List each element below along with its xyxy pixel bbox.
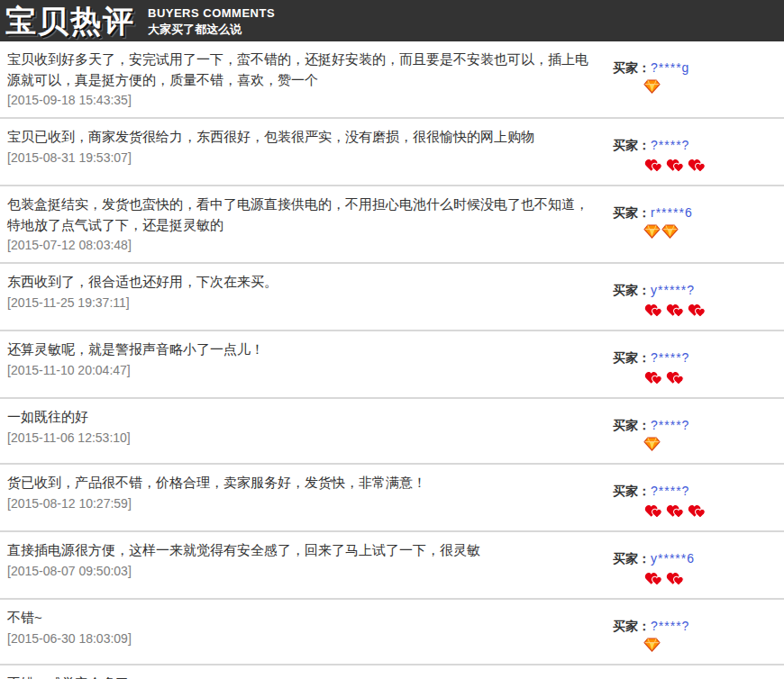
- comment-row: 直接插电源很方便，这样一来就觉得有安全感了，回来了马上试了一下，很灵敏 [201…: [0, 532, 784, 600]
- comments-list: 宝贝收到好多天了，安完试用了一下，蛮不错的，还挺好安装的，而且要是不安装也可以，…: [0, 41, 784, 679]
- comment-timestamp: [2015-08-12 10:27:59]: [7, 496, 600, 511]
- comment-main: 宝贝已收到，商家发货很给力，东西很好，包装很严实，没有磨损，很很愉快的网上购物 …: [7, 127, 613, 175]
- buyer-block: 买家：?****?: [613, 473, 784, 521]
- comment-text: 不错~: [7, 608, 600, 629]
- buyer-name[interactable]: ?****?: [651, 619, 689, 633]
- subtitle-chinese: 大家买了都这么说: [148, 22, 275, 38]
- section-subtitle: BUYERS COMMENTS 大家买了都这么说: [148, 4, 275, 37]
- buyer-block: 买家：?****?: [613, 127, 784, 175]
- comment-text: 宝贝收到好多天了，安完试用了一下，蛮不错的，还挺好安装的，而且要是不安装也可以，…: [7, 50, 600, 90]
- comment-row: 宝贝已收到，商家发货很给力，东西很好，包装很严实，没有磨损，很很愉快的网上购物 …: [0, 119, 784, 186]
- comment-text: 包装盒挺结实，发货也蛮快的，看中了电源直接供电的，不用担心电池什么时候没电了也不…: [7, 195, 600, 235]
- rating-icons: [613, 369, 784, 387]
- buyer-label: 买家：: [613, 60, 651, 75]
- comment-text: 直接插电源很方便，这样一来就觉得有安全感了，回来了马上试了一下，很灵敏: [7, 540, 600, 561]
- comment-main: 包装盒挺结实，发货也蛮快的，看中了电源直接供电的，不用担心电池什么时候没电了也不…: [7, 195, 613, 252]
- buyer-block: 买家：?****?: [613, 674, 784, 679]
- double-heart-icon: [687, 502, 707, 521]
- buyer-name[interactable]: ?****?: [651, 484, 689, 498]
- diamond-icon: [643, 224, 661, 240]
- comment-main: 不错，感觉安全多了 [2015-06-12 11:55:24]: [7, 674, 613, 679]
- comment-main: 还算灵敏呢，就是警报声音略小了一点儿！ [2015-11-10 20:04:47…: [7, 340, 613, 387]
- comment-text: 东西收到了，很合适也还好用，下次在来买。: [7, 272, 600, 293]
- buyer-label: 买家：: [613, 205, 651, 220]
- comment-row: 不错，感觉安全多了 [2015-06-12 11:55:24] 买家：?****…: [0, 665, 784, 679]
- comment-main: 一如既往的好 [2015-11-06 12:53:10]: [7, 407, 613, 453]
- diamond-icon: [643, 638, 661, 654]
- comment-row: 一如既往的好 [2015-11-06 12:53:10] 买家：?****?: [0, 399, 784, 465]
- rating-icons: [613, 502, 784, 521]
- buyer-name[interactable]: r*****6: [651, 205, 693, 220]
- double-heart-icon: [665, 302, 686, 320]
- comment-main: 不错~ [2015-06-30 18:03:09]: [7, 608, 613, 654]
- double-heart-icon: [643, 302, 664, 320]
- rating-icons: [613, 157, 784, 175]
- comment-row: 还算灵敏呢，就是警报声音略小了一点儿！ [2015-11-10 20:04:47…: [0, 331, 784, 399]
- buyer-label: 买家：: [613, 619, 651, 633]
- comment-row: 包装盒挺结实，发货也蛮快的，看中了电源直接供电的，不用担心电池什么时候没电了也不…: [0, 186, 784, 264]
- buyers-comments-page: 宝贝热评 BUYERS COMMENTS 大家买了都这么说 宝贝收到好多天了，安…: [0, 0, 784, 679]
- comment-timestamp: [2015-11-25 19:37:11]: [7, 295, 600, 310]
- buyer-block: 买家：?****?: [613, 407, 784, 453]
- comment-main: 货已收到，产品很不错，价格合理，卖家服务好，发货快，非常满意！ [2015-08…: [7, 473, 613, 521]
- comment-text: 不错，感觉安全多了: [7, 674, 600, 679]
- double-heart-icon: [643, 157, 664, 175]
- buyer-name[interactable]: ?****?: [651, 418, 689, 432]
- diamond-icon: [643, 79, 661, 95]
- comment-timestamp: [2015-08-31 19:53:07]: [7, 150, 600, 165]
- rating-icons: [613, 302, 784, 320]
- double-heart-icon: [687, 302, 707, 320]
- buyer-label: 买家：: [613, 350, 651, 365]
- comment-text: 货已收到，产品很不错，价格合理，卖家服务好，发货快，非常满意！: [7, 473, 600, 493]
- buyer-name[interactable]: ?****?: [651, 138, 689, 152]
- buyer-label: 买家：: [613, 283, 651, 297]
- comment-main: 宝贝收到好多天了，安完试用了一下，蛮不错的，还挺好安装的，而且要是不安装也可以，…: [7, 50, 613, 107]
- buyer-block: 买家：?****?: [613, 340, 784, 387]
- comment-row: 货已收到，产品很不错，价格合理，卖家服务好，发货快，非常满意！ [2015-08…: [0, 465, 784, 532]
- buyer-name[interactable]: y*****?: [651, 283, 695, 297]
- rating-icons: [613, 638, 784, 654]
- rating-icons: [613, 79, 784, 95]
- double-heart-icon: [665, 157, 686, 175]
- buyer-block: 买家：y*****?: [613, 272, 784, 320]
- double-heart-icon: [665, 570, 686, 588]
- double-heart-icon: [643, 502, 664, 521]
- buyer-label: 买家：: [613, 484, 651, 498]
- comment-text: 宝贝已收到，商家发货很给力，东西很好，包装很严实，没有磨损，很很愉快的网上购物: [7, 127, 600, 148]
- comment-timestamp: [2015-09-18 15:43:35]: [7, 93, 600, 107]
- buyer-name[interactable]: ?****?: [651, 350, 689, 365]
- section-header: 宝贝热评 BUYERS COMMENTS 大家买了都这么说: [0, 0, 784, 41]
- buyer-label: 买家：: [613, 138, 651, 152]
- comment-timestamp: [2015-11-10 20:04:47]: [7, 363, 600, 377]
- comment-row: 东西收到了，很合适也还好用，下次在来买。 [2015-11-25 19:37:1…: [0, 264, 784, 331]
- comment-main: 直接插电源很方便，这样一来就觉得有安全感了，回来了马上试了一下，很灵敏 [201…: [7, 540, 613, 588]
- buyer-block: 买家：?****?: [613, 608, 784, 654]
- buyer-name[interactable]: ?****g: [651, 60, 689, 75]
- comment-timestamp: [2015-08-07 09:50:03]: [7, 564, 600, 578]
- buyer-block: 买家：y*****6: [613, 540, 784, 588]
- double-heart-icon: [643, 570, 664, 588]
- rating-icons: [613, 437, 784, 453]
- comment-main: 东西收到了，很合适也还好用，下次在来买。 [2015-11-25 19:37:1…: [7, 272, 613, 320]
- rating-icons: [613, 224, 784, 240]
- double-heart-icon: [643, 369, 664, 387]
- double-heart-icon: [687, 157, 707, 175]
- rating-icons: [613, 570, 784, 588]
- double-heart-icon: [665, 502, 686, 521]
- comment-row: 不错~ [2015-06-30 18:03:09] 买家：?****?: [0, 600, 784, 665]
- comment-text: 还算灵敏呢，就是警报声音略小了一点儿！: [7, 340, 600, 360]
- comment-text: 一如既往的好: [7, 407, 600, 428]
- comment-timestamp: [2015-07-12 08:03:48]: [7, 238, 600, 252]
- double-heart-icon: [665, 369, 686, 387]
- comment-row: 宝贝收到好多天了，安完试用了一下，蛮不错的，还挺好安装的，而且要是不安装也可以，…: [0, 41, 784, 119]
- subtitle-english: BUYERS COMMENTS: [148, 5, 275, 22]
- diamond-icon: [661, 224, 679, 240]
- buyer-block: 买家：?****g: [613, 50, 784, 107]
- buyer-block: 买家：r*****6: [613, 195, 784, 252]
- diamond-icon: [643, 437, 661, 453]
- buyer-label: 买家：: [613, 418, 651, 432]
- comment-timestamp: [2015-06-30 18:03:09]: [7, 631, 600, 646]
- comment-timestamp: [2015-11-06 12:53:10]: [7, 430, 600, 445]
- section-title: 宝贝热评: [5, 5, 135, 36]
- buyer-name[interactable]: y*****6: [651, 551, 695, 566]
